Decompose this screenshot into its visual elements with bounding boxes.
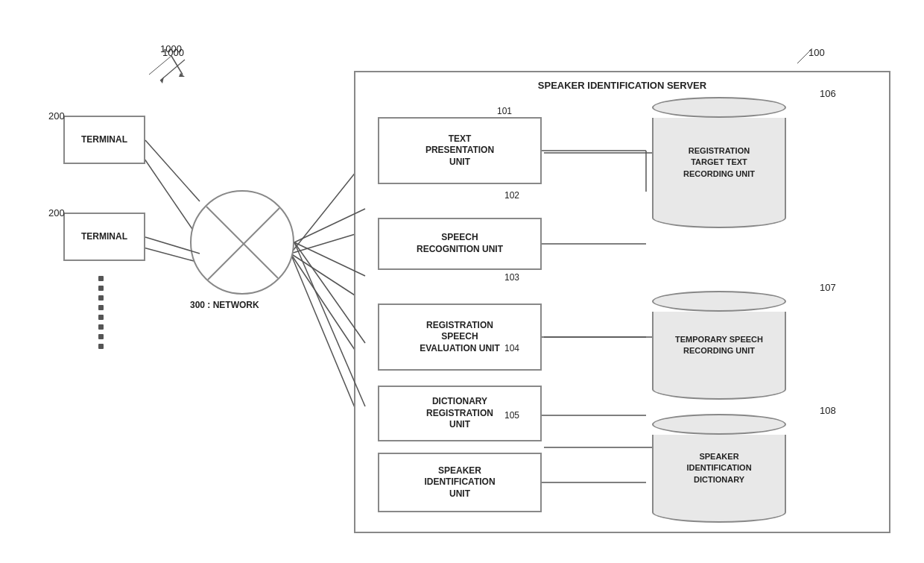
diagram-container: 1000 1000 TERMINAL 200 TERMINAL 200 300 … xyxy=(0,0,924,563)
db-107-label: TEMPORARY SPEECHRECORDING UNIT xyxy=(675,334,763,357)
ellipsis-dots xyxy=(98,276,104,349)
db-106-label: REGISTRATIONTARGET TEXTRECORDING UNIT xyxy=(683,145,755,180)
terminal-2-box: TERMINAL xyxy=(63,213,145,261)
ref-100: 100 xyxy=(808,47,825,58)
svg-line-1 xyxy=(138,246,194,261)
network-label: 300 : NETWORK xyxy=(190,300,259,310)
ref-107: 107 xyxy=(820,282,836,293)
ref-1000-arrow xyxy=(156,52,186,82)
terminal-1-label: TERMINAL xyxy=(81,134,127,146)
ref-106: 106 xyxy=(820,88,836,99)
terminal-2-label: TERMINAL xyxy=(81,231,127,243)
svg-line-24 xyxy=(171,56,183,75)
server-container: SPEAKER IDENTIFICATION SERVER TEXTPRESEN… xyxy=(354,71,890,533)
internal-connections xyxy=(355,72,892,535)
ref-108: 108 xyxy=(820,405,836,416)
db-108-label: SPEAKERIDENTIFICATIONDICTIONARY xyxy=(686,451,751,485)
db-107-cylinder: TEMPORARY SPEECHRECORDING UNIT xyxy=(652,291,786,400)
ref-terminal-1: 200 xyxy=(48,110,65,122)
db-106-cylinder: REGISTRATIONTARGET TEXTRECORDING UNIT xyxy=(652,97,786,228)
network-circle xyxy=(190,190,294,295)
svg-line-0 xyxy=(138,149,194,231)
ref-terminal-2: 200 xyxy=(48,207,65,218)
terminal-1-box: TERMINAL xyxy=(63,116,145,164)
db-108-cylinder: SPEAKERIDENTIFICATIONDICTIONARY xyxy=(652,414,786,523)
network-circle-svg xyxy=(192,192,294,295)
